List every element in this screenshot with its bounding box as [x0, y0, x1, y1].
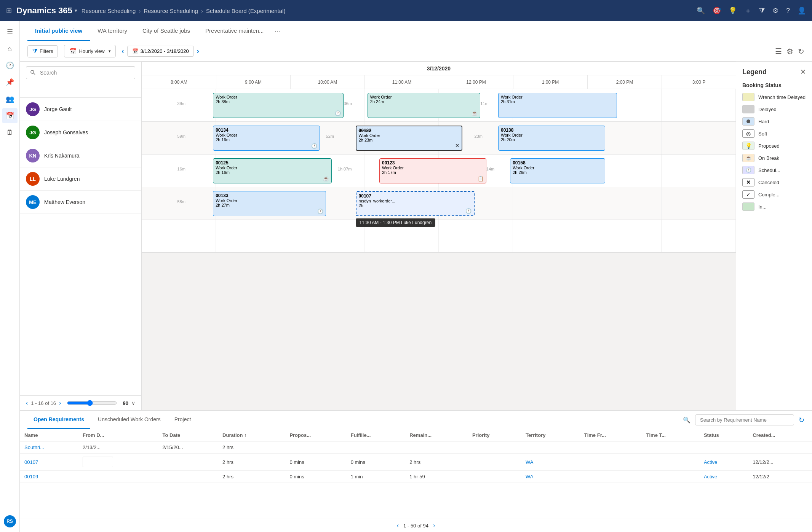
filters-button[interactable]: ⧩ Filters [27, 45, 58, 57]
avatar-joseph: JG [26, 126, 40, 139]
legend-item-completed: ✓ Comple... [742, 190, 806, 199]
settings-schedule-icon[interactable]: ⚙ [786, 47, 793, 56]
row-1-time-to [642, 441, 699, 454]
gap-jorge-2: 36m [344, 101, 352, 106]
prev-resource-button[interactable]: ‹ [26, 400, 28, 406]
booking-kris-1[interactable]: 00125 Work Order 2h 16m ☕ [213, 158, 332, 183]
app-title-dropdown[interactable]: ▾ [75, 8, 77, 13]
row-2-time-to [642, 454, 699, 471]
booking-joseph-2[interactable]: 00122 Work Order 2h 23m ✕ [356, 126, 463, 151]
booking-label: Work Order [216, 198, 323, 203]
col-created[interactable]: Created... [748, 429, 812, 441]
col-status[interactable]: Status [699, 429, 748, 441]
col-fulfilled[interactable]: Fulfille... [346, 429, 405, 441]
refresh-icon[interactable]: ↻ [798, 47, 804, 56]
col-time-to[interactable]: Time T... [642, 429, 699, 441]
tab-project[interactable]: Project [168, 411, 197, 429]
legend-close-button[interactable]: ✕ [800, 68, 806, 76]
next-date-button[interactable]: › [197, 47, 199, 55]
help-icon[interactable]: ? [786, 7, 790, 15]
filter-nav-icon[interactable]: ⧩ [759, 7, 765, 15]
resource-jorge[interactable]: JG Jorge Gault [20, 98, 141, 121]
row-2-territory[interactable]: WA [526, 459, 533, 465]
sidebar-calendar-active[interactable]: 📅 [2, 108, 18, 123]
legend-swatch-proposed: 💡 [742, 142, 754, 150]
col-remaining[interactable]: Remain... [405, 429, 468, 441]
booking-joseph-1[interactable]: 00134 Work Order 2h 16m 🕐 [213, 126, 320, 151]
row-2-to [158, 454, 218, 471]
booking-luke-2[interactable]: 00107 msdyn_workorder... 2h 🕐 [356, 191, 475, 216]
tab-city-seattle[interactable]: City of Seattle jobs [135, 21, 198, 41]
booking-joseph-3[interactable]: 00138 Work Order 2h 20m [498, 126, 605, 151]
booking-jorge-3[interactable]: Work Order 2h 31m [498, 93, 617, 118]
sidebar-people[interactable]: 👥 [2, 91, 18, 107]
booking-duration: 2h 31m [501, 99, 614, 104]
sidebar-calendar2[interactable]: 🗓 [2, 125, 18, 140]
prev-page-button[interactable]: ‹ [397, 522, 399, 529]
legend-swatch-in [742, 202, 754, 211]
sidebar-home[interactable]: ⌂ [2, 41, 18, 56]
tab-open-requirements[interactable]: Open Requirements [27, 411, 90, 429]
refresh-requirements-icon[interactable]: ↻ [799, 416, 804, 424]
legend-section-title: Booking Status [742, 82, 806, 88]
booking-label: Work Order [501, 95, 614, 99]
row-3-name[interactable]: 00109 [24, 474, 38, 479]
resource-luke[interactable]: LL Luke Lundgren [20, 167, 141, 191]
booking-luke-1[interactable]: 00133 Work Order 2h 27m 🕐 [213, 191, 326, 216]
row-3-territory[interactable]: WA [526, 474, 533, 479]
prev-date-button[interactable]: ‹ [122, 47, 124, 55]
bottom-tab-actions: 🔍 ↻ [683, 414, 804, 425]
resource-search-input[interactable] [26, 66, 135, 79]
resource-kris[interactable]: KN Kris Nakamura [20, 144, 141, 167]
zoom-slider[interactable] [67, 400, 117, 406]
booking-jorge-1[interactable]: Work Order 2h 38m 🕐 [213, 93, 344, 118]
col-name[interactable]: Name [20, 429, 78, 441]
sidebar-pinned[interactable]: 📌 [2, 75, 18, 90]
col-to[interactable]: To Date [158, 429, 218, 441]
col-time-from[interactable]: Time Fr... [580, 429, 642, 441]
date-range-button[interactable]: 📅 3/12/2020 - 3/18/2020 [127, 46, 194, 57]
row-2-proposed: 0 mins [285, 454, 346, 471]
row-3-status[interactable]: Active [704, 474, 717, 479]
booking-kris-3[interactable]: 00158 Work Order 2h 26m [510, 158, 605, 183]
gap-joseph-2: 52m [326, 134, 334, 139]
booking-kris-2[interactable]: 00123 Work Order 2h 17m 📋 [379, 158, 486, 183]
collapse-icon[interactable]: ∨ [131, 400, 135, 406]
search-nav-icon[interactable]: 🔍 [697, 6, 705, 15]
lightbulb-icon[interactable]: 💡 [729, 6, 737, 15]
tab-wa-territory[interactable]: WA territory [90, 21, 135, 41]
booking-duration: 2h 23m [359, 138, 460, 142]
row-1-proposed [285, 441, 346, 454]
tab-preventative[interactable]: Preventative mainten... [198, 21, 271, 41]
app-title: Dynamics 365 ▾ [16, 6, 77, 16]
requirement-search-input[interactable] [695, 414, 794, 425]
resource-matthew[interactable]: ME Matthew Everson [20, 191, 141, 214]
tab-unscheduled[interactable]: Unscheduled Work Orders [92, 411, 167, 429]
plus-icon[interactable]: ＋ [745, 6, 751, 15]
tab-more-icon[interactable]: ··· [274, 27, 280, 35]
resource-joseph[interactable]: JG Joseph Gonsalves [20, 121, 141, 144]
col-proposed[interactable]: Propos... [285, 429, 346, 441]
hourly-view-button[interactable]: 📅 Hourly view ▾ [64, 45, 115, 57]
user-avatar-sidebar[interactable]: RS [4, 515, 16, 527]
grid-icon[interactable]: ⊞ [6, 6, 12, 15]
sidebar-recent[interactable]: 🕐 [2, 58, 18, 73]
user-icon[interactable]: 👤 [798, 6, 806, 15]
tab-initial-public[interactable]: Initial public view [27, 21, 90, 41]
row-1-name[interactable]: Southri... [24, 444, 44, 450]
next-page-button[interactable]: › [433, 522, 435, 529]
list-view-icon[interactable]: ☰ [775, 47, 782, 56]
settings-nav-icon[interactable]: ⚙ [772, 6, 778, 15]
next-resource-button[interactable]: › [59, 400, 61, 406]
col-from[interactable]: From D... [78, 429, 158, 441]
sidebar-hamburger[interactable]: ☰ [2, 24, 18, 40]
row-2-status[interactable]: Active [704, 459, 717, 465]
col-priority[interactable]: Priority [468, 429, 521, 441]
col-duration[interactable]: Duration ↑ [218, 429, 285, 441]
col-territory[interactable]: Territory [521, 429, 580, 441]
row-2-name[interactable]: 00107 [24, 459, 38, 465]
legend-item-scheduled: 🕐 Schedul... [742, 166, 806, 174]
target-icon[interactable]: 🎯 [713, 6, 721, 15]
row-2-from-input[interactable] [83, 457, 113, 467]
booking-jorge-2[interactable]: Work Order 2h 24m ☕ [368, 93, 480, 118]
